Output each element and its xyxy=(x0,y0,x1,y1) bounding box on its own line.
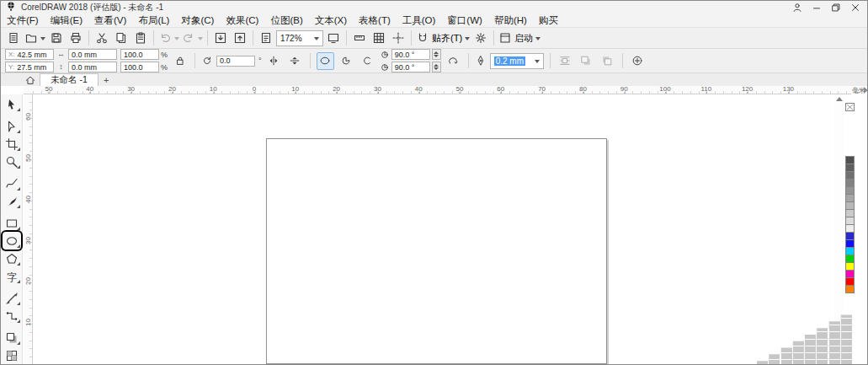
connector-tool[interactable] xyxy=(3,307,21,325)
end-angle-field[interactable]: 90.0 ° xyxy=(391,62,430,72)
new-tab-button[interactable]: + xyxy=(100,74,113,86)
to-front-button[interactable] xyxy=(578,52,595,70)
drawing-area[interactable] xyxy=(33,94,833,365)
crop-tool[interactable] xyxy=(3,135,21,153)
flip-vertical-button[interactable] xyxy=(286,52,304,70)
parallel-dimension-tool[interactable] xyxy=(3,289,21,307)
outline-width-select[interactable]: 0.2 mm xyxy=(490,53,544,69)
printer-icon xyxy=(69,31,83,45)
gear-icon xyxy=(474,31,487,45)
wrap-text-icon xyxy=(559,55,571,67)
object-width-field[interactable]: 0.0 mm xyxy=(68,49,117,60)
change-direction-button[interactable] xyxy=(445,52,462,70)
open-button[interactable] xyxy=(24,29,46,47)
y-position-field[interactable]: Y:27.5 mm xyxy=(5,62,54,72)
menu-item[interactable]: 编辑(E) xyxy=(45,13,88,27)
drop-shadow-tool[interactable] xyxy=(3,329,21,346)
x-position-field[interactable]: X:42.5 mm xyxy=(5,49,54,60)
pie-mode-button[interactable] xyxy=(338,52,355,70)
freehand-tool[interactable] xyxy=(3,174,21,192)
menu-item[interactable]: 布局(L) xyxy=(132,13,175,27)
ellipse-mode-button[interactable] xyxy=(317,52,334,70)
object-height-field[interactable]: 0.0 mm xyxy=(68,62,117,72)
wrap-text-button[interactable] xyxy=(556,52,574,70)
export-button[interactable] xyxy=(231,29,249,47)
undo-button[interactable] xyxy=(157,29,180,47)
menu-item[interactable]: 位图(B) xyxy=(264,13,308,27)
color-swatch[interactable] xyxy=(845,285,855,293)
vertical-ruler[interactable]: 605040302010 xyxy=(24,94,33,365)
no-color-swatch[interactable] xyxy=(845,103,855,111)
end-angle-icon xyxy=(380,62,390,72)
menu-item[interactable]: 帮助(H) xyxy=(488,13,533,27)
rectangle-tool[interactable] xyxy=(3,214,21,232)
magnet-icon xyxy=(416,31,429,45)
close-button[interactable] xyxy=(848,2,863,13)
menu-item[interactable]: 文本(X) xyxy=(309,13,353,27)
scale-group: 100.0% 100.0% xyxy=(120,49,168,72)
y-label: Y: xyxy=(8,63,14,71)
scissors-icon xyxy=(95,31,109,45)
restore-button[interactable] xyxy=(828,2,844,13)
show-grid-button[interactable] xyxy=(370,29,388,47)
flip-horizontal-button[interactable] xyxy=(265,52,283,70)
start-angle-field[interactable]: 90.0 ° xyxy=(391,49,430,60)
application-launcher-button[interactable]: 启动 xyxy=(498,29,541,47)
arc-mode-button[interactable] xyxy=(359,52,376,70)
h-ruler-tick: 20 xyxy=(168,86,176,94)
show-guidelines-button[interactable] xyxy=(389,29,407,47)
artistic-media-tool[interactable] xyxy=(3,192,21,210)
redo-button[interactable] xyxy=(181,29,204,47)
import-button[interactable] xyxy=(211,29,230,47)
transparency-tool[interactable] xyxy=(3,346,21,364)
import-arrow-icon xyxy=(214,31,227,45)
scroll-up-icon[interactable] xyxy=(836,97,843,101)
horizontal-ruler[interactable]: 5040302010010203040506070809010011012013… xyxy=(33,86,851,94)
menu-item[interactable]: 对象(C) xyxy=(175,13,220,27)
zoom-tool[interactable] xyxy=(3,153,21,170)
menu-item[interactable]: 效果(C) xyxy=(220,13,264,27)
lock-ratio-button[interactable] xyxy=(171,52,189,70)
scale-x-field[interactable]: 100.0 xyxy=(120,49,159,60)
height-value: 0.0 mm xyxy=(72,63,97,72)
pick-tool[interactable] xyxy=(3,95,21,113)
start-angle-spinner[interactable] xyxy=(432,49,441,60)
rotation-angle-field[interactable]: 0.0 xyxy=(216,56,255,67)
x-label: X: xyxy=(8,51,15,58)
home-button[interactable] xyxy=(23,73,38,86)
show-rulers-button[interactable] xyxy=(350,29,369,47)
menu-item[interactable]: 工具(O) xyxy=(397,13,442,27)
options-button[interactable] xyxy=(471,29,490,47)
minimize-button[interactable] xyxy=(809,2,824,13)
fullscreen-preview-button[interactable] xyxy=(324,29,343,47)
end-angle-spinner[interactable] xyxy=(432,62,441,72)
shape-tool[interactable] xyxy=(3,117,21,135)
new-document-button[interactable] xyxy=(4,29,23,47)
copy-button[interactable] xyxy=(112,29,130,47)
palette-options-arrow-icon[interactable] xyxy=(864,87,868,94)
ellipse-tool[interactable] xyxy=(3,232,21,250)
menu-item[interactable]: 文件(F) xyxy=(1,13,45,27)
account-icon[interactable] xyxy=(790,2,805,13)
to-back-button[interactable] xyxy=(599,52,616,70)
document-tab[interactable]: 未命名 -1 xyxy=(40,73,99,86)
save-button[interactable] xyxy=(47,29,66,47)
text-tool[interactable]: 字 xyxy=(3,267,21,285)
print-button[interactable] xyxy=(67,29,85,47)
zoom-level-select[interactable]: 172% xyxy=(276,30,323,46)
scale-y-field[interactable]: 100.0 xyxy=(120,62,159,72)
polygon-tool[interactable] xyxy=(3,250,21,267)
cut-button[interactable] xyxy=(93,29,111,47)
menu-item[interactable]: 表格(T) xyxy=(353,13,397,27)
snap-to-button[interactable]: 贴齐(T) xyxy=(415,29,471,47)
menu-item[interactable]: 查看(V) xyxy=(88,13,132,27)
paste-button[interactable] xyxy=(131,29,150,47)
menu-item[interactable]: 购买 xyxy=(533,13,564,27)
publish-pdf-button[interactable] xyxy=(257,29,275,47)
end-angle-value: 90.0 ° xyxy=(395,63,415,72)
home-icon xyxy=(24,74,36,86)
document-page[interactable] xyxy=(266,138,607,364)
quick-customize-button[interactable] xyxy=(629,52,647,70)
h-ruler-tick: 60 xyxy=(497,86,504,94)
menu-item[interactable]: 窗口(W) xyxy=(441,13,488,27)
